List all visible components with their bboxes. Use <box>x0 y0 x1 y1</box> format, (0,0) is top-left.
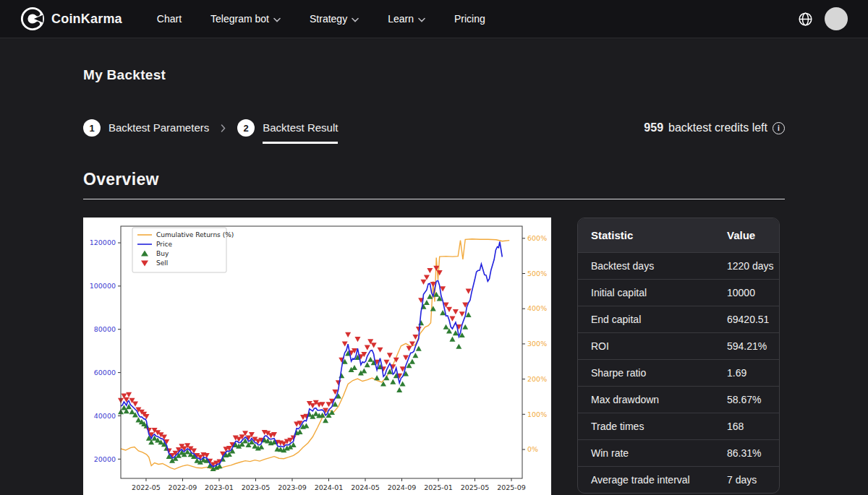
nav-right <box>798 7 848 30</box>
svg-text:2025-01: 2025-01 <box>424 483 453 491</box>
stat-value: 168 <box>718 413 779 440</box>
stats-col-value: Value <box>718 218 779 253</box>
stat-label: ROI <box>578 333 718 360</box>
svg-text:2023-05: 2023-05 <box>242 483 271 491</box>
table-row: End capital69420.51 <box>578 306 779 333</box>
section-divider <box>83 199 785 199</box>
svg-text:500%: 500% <box>527 270 547 277</box>
chevron-down-icon <box>418 17 425 22</box>
svg-text:Sell: Sell <box>156 259 168 267</box>
stat-value: 1220 days <box>718 253 779 280</box>
stat-label: Initial capital <box>578 280 718 306</box>
stat-value: 58.67% <box>718 387 779 413</box>
chevron-down-icon <box>352 17 359 22</box>
svg-text:120000: 120000 <box>90 238 116 246</box>
svg-text:2025-09: 2025-09 <box>497 483 526 491</box>
nav-item-strategy[interactable]: Strategy <box>310 13 359 25</box>
svg-text:20000: 20000 <box>94 455 116 463</box>
avatar[interactable] <box>825 7 848 30</box>
info-icon[interactable]: i <box>773 122 785 134</box>
stat-label: Win rate <box>578 440 718 467</box>
credits-indicator: 959 backtest credits left i <box>644 121 785 134</box>
credits-label: backtest credits left <box>668 121 767 134</box>
stat-value: 7 days <box>718 467 779 494</box>
svg-text:Cumulative Returns (%): Cumulative Returns (%) <box>156 231 234 238</box>
step-number: 2 <box>237 119 255 137</box>
nav-item-label: Strategy <box>310 13 347 25</box>
nav-menu: ChartTelegram botStrategyLearnPricing <box>157 13 485 25</box>
nav-item-label: Pricing <box>454 13 485 25</box>
svg-text:2023-09: 2023-09 <box>278 483 307 491</box>
step-2-backtest-result[interactable]: 2Backtest Result <box>237 119 338 137</box>
table-row: ROI594.21% <box>578 333 779 360</box>
svg-text:40000: 40000 <box>94 412 116 420</box>
section-title: Overview <box>83 170 785 189</box>
chart-legend: Cumulative Returns (%)PriceBuySell <box>132 228 234 272</box>
stat-value: 86.31% <box>718 440 779 467</box>
brand[interactable]: CoinKarma <box>20 7 122 31</box>
table-row: Average trade interval7 days <box>578 467 779 494</box>
stat-label: Sharpe ratio <box>578 360 718 387</box>
step-number: 1 <box>83 119 101 137</box>
svg-text:100000: 100000 <box>90 282 116 290</box>
svg-text:80000: 80000 <box>94 325 116 333</box>
stats-header-row: Statistic Value <box>578 218 779 253</box>
nav-item-label: Learn <box>388 13 414 25</box>
nav-item-label: Chart <box>157 13 182 25</box>
svg-text:2022-05: 2022-05 <box>132 483 161 491</box>
steps-row: 1Backtest Parameters2Backtest Result 959… <box>83 119 785 137</box>
svg-text:0%: 0% <box>527 445 538 453</box>
stat-label: Trade times <box>578 413 718 440</box>
stat-label: Max drawdown <box>578 387 718 413</box>
svg-text:60000: 60000 <box>94 369 116 376</box>
svg-text:400%: 400% <box>527 304 547 312</box>
page-title: My Backtest <box>83 67 785 83</box>
stat-value: 69420.51 <box>718 306 779 333</box>
step-label: Backtest Result <box>263 121 338 135</box>
chevron-right-icon <box>221 124 226 132</box>
stat-label: Average trade interval <box>578 467 718 494</box>
nav-item-label: Telegram bot <box>210 13 269 25</box>
chevron-down-icon <box>273 17 281 22</box>
overview-panels: 200004000060000800001000001200000%100%20… <box>83 218 785 495</box>
nav-item-telegram-bot[interactable]: Telegram bot <box>210 13 281 25</box>
brand-name: CoinKarma <box>51 12 122 27</box>
step-1-backtest-parameters[interactable]: 1Backtest Parameters <box>83 119 209 137</box>
svg-text:300%: 300% <box>527 340 547 348</box>
table-row: Win rate86.31% <box>578 440 779 467</box>
nav-item-learn[interactable]: Learn <box>388 13 425 25</box>
stat-value: 1.69 <box>718 360 779 387</box>
stats-table: Statistic Value Backtest days1220 daysIn… <box>578 218 779 493</box>
svg-text:100%: 100% <box>527 410 547 418</box>
globe-icon[interactable] <box>798 12 813 27</box>
stat-value: 10000 <box>718 280 779 306</box>
step-label: Backtest Parameters <box>109 121 209 135</box>
svg-text:Buy: Buy <box>156 250 169 257</box>
top-nav: CoinKarma ChartTelegram botStrategyLearn… <box>0 0 868 38</box>
stat-value: 594.21% <box>718 333 779 360</box>
table-row: Initial capital10000 <box>578 280 779 306</box>
svg-text:2022-09: 2022-09 <box>169 483 197 491</box>
svg-text:Price: Price <box>156 241 172 248</box>
nav-item-pricing[interactable]: Pricing <box>454 13 485 25</box>
stats-panel: Statistic Value Backtest days1220 daysIn… <box>577 218 780 494</box>
nav-item-chart[interactable]: Chart <box>157 13 182 25</box>
stat-label: Backtest days <box>578 253 718 280</box>
svg-text:2024-05: 2024-05 <box>351 483 380 491</box>
svg-text:2025-05: 2025-05 <box>461 483 490 491</box>
table-row: Max drawdown58.67% <box>578 387 779 413</box>
main-content: My Backtest 1Backtest Parameters2Backtes… <box>83 67 785 495</box>
svg-text:2023-01: 2023-01 <box>205 483 234 491</box>
table-row: Backtest days1220 days <box>578 253 779 280</box>
svg-text:2024-09: 2024-09 <box>388 483 417 491</box>
credits-count: 959 <box>644 121 663 134</box>
svg-text:600%: 600% <box>527 234 547 242</box>
stat-label: End capital <box>578 306 718 333</box>
backtest-chart-svg: 200004000060000800001000001200000%100%20… <box>83 218 551 495</box>
step-indicator: 1Backtest Parameters2Backtest Result <box>83 119 338 137</box>
svg-text:200%: 200% <box>527 375 547 383</box>
backtest-chart: 200004000060000800001000001200000%100%20… <box>83 218 551 495</box>
svg-text:2024-01: 2024-01 <box>315 483 344 491</box>
table-row: Sharpe ratio1.69 <box>578 360 779 387</box>
stats-col-statistic: Statistic <box>578 218 718 253</box>
